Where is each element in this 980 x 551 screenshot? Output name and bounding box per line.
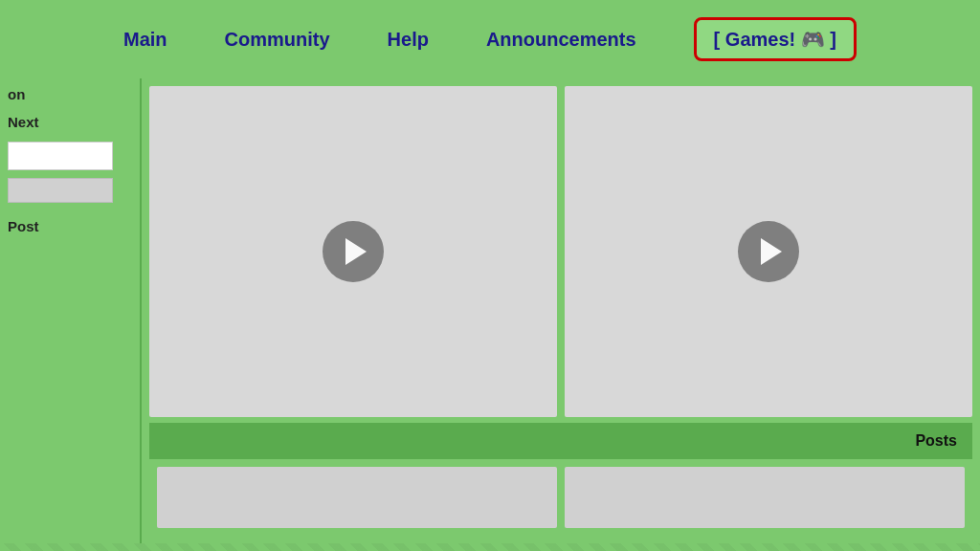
play-button-left[interactable] xyxy=(323,221,384,282)
video-card-left xyxy=(149,86,557,417)
sidebar-input-gray xyxy=(8,178,113,203)
bottom-content-row xyxy=(149,459,972,536)
center-content: Posts xyxy=(142,78,980,543)
nav-games[interactable]: [ Games! 🎮 ] xyxy=(694,17,857,61)
post-button[interactable]: Post xyxy=(8,218,132,234)
main-content: on Next Post Posts xyxy=(0,78,980,543)
nav-announcements[interactable]: Announcements xyxy=(486,29,636,51)
sidebar-next-label: Next xyxy=(8,114,132,130)
nav-main[interactable]: Main xyxy=(123,29,167,51)
sidebar-input-white[interactable] xyxy=(8,142,113,170)
bottom-bar: Posts xyxy=(149,423,972,459)
sidebar-label: on xyxy=(8,86,132,102)
nav-bar: Main Community Help Announcements [ Game… xyxy=(0,0,980,78)
video-card-right xyxy=(565,86,972,417)
left-sidebar: on Next Post xyxy=(0,78,142,543)
bottom-card-left xyxy=(157,467,557,528)
nav-community[interactable]: Community xyxy=(225,29,330,51)
play-button-right[interactable] xyxy=(738,221,799,282)
page-wrapper: Main Community Help Announcements [ Game… xyxy=(0,0,980,551)
bottom-card-right xyxy=(565,467,965,528)
nav-help[interactable]: Help xyxy=(388,29,429,51)
video-row xyxy=(149,86,972,417)
posts-label: Posts xyxy=(915,432,957,450)
